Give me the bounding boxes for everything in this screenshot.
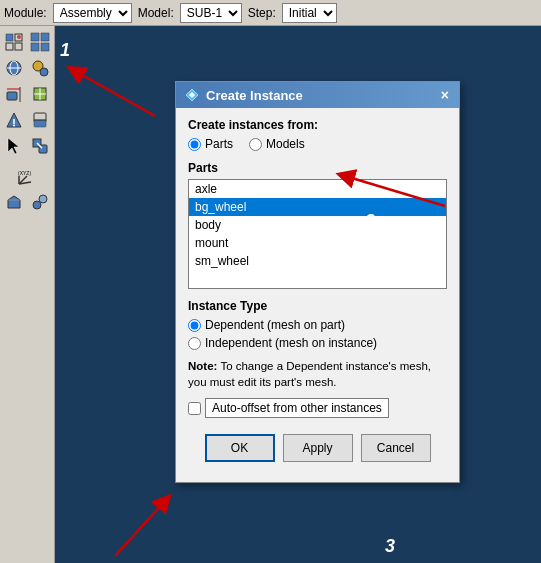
- radio-dependent-input[interactable]: [188, 319, 201, 332]
- svg-text:(XYZ): (XYZ): [18, 170, 31, 176]
- svg-point-4: [17, 35, 21, 39]
- toolbar-icon-8[interactable]: [28, 108, 52, 132]
- radio-models[interactable]: [249, 138, 262, 151]
- left-sidebar: (XYZ): [0, 26, 55, 563]
- dialog-close-button[interactable]: ×: [439, 87, 451, 103]
- part-item-axle[interactable]: axle: [189, 180, 446, 198]
- ok-button[interactable]: OK: [205, 434, 275, 462]
- note-text: Note: To change a Dependent instance's m…: [188, 358, 447, 390]
- svg-line-44: [115, 501, 165, 556]
- svg-rect-0: [6, 34, 13, 41]
- create-from-options: Parts Models: [188, 137, 447, 151]
- dialog-title-text: Create Instance: [206, 88, 303, 103]
- radio-parts[interactable]: [188, 138, 201, 151]
- toolbar-icon-4[interactable]: [28, 56, 52, 80]
- toolbar-icon-10[interactable]: [2, 190, 26, 214]
- toolbar-icon-2[interactable]: [28, 30, 52, 54]
- svg-rect-3: [15, 43, 22, 50]
- parts-label: Parts: [188, 161, 447, 175]
- label-1: 1: [60, 40, 70, 61]
- step-label: Step:: [248, 6, 276, 20]
- toolbar-icon-7[interactable]: [2, 108, 26, 132]
- apply-button[interactable]: Apply: [283, 434, 353, 462]
- toolbar-icon-xyz[interactable]: (XYZ): [15, 164, 39, 188]
- toolbar-icon-1[interactable]: [2, 30, 26, 54]
- dialog-title-icon: [184, 87, 200, 103]
- svg-rect-5: [31, 33, 39, 41]
- dialog-title-bar: Create Instance ×: [176, 82, 459, 108]
- svg-marker-26: [8, 138, 19, 154]
- radio-dependent[interactable]: Dependent (mesh on part): [188, 318, 447, 332]
- part-item-sm-wheel[interactable]: sm_wheel: [189, 252, 446, 270]
- label-2: 2: [365, 211, 375, 232]
- step-select[interactable]: Initial: [282, 3, 337, 23]
- svg-rect-6: [31, 43, 39, 51]
- parts-listbox[interactable]: axle bg_wheel body mount sm_wheel: [188, 179, 447, 289]
- part-item-mount[interactable]: mount: [189, 234, 446, 252]
- part-item-bg-wheel[interactable]: bg_wheel: [189, 198, 446, 216]
- svg-rect-2: [6, 43, 13, 50]
- svg-rect-14: [7, 92, 17, 100]
- part-item-body[interactable]: body: [189, 216, 446, 234]
- option-parts[interactable]: Parts: [188, 137, 233, 151]
- svg-point-13: [40, 68, 48, 76]
- toolbar-icon-3[interactable]: [2, 56, 26, 80]
- module-select[interactable]: Assembly: [53, 3, 132, 23]
- svg-rect-8: [41, 43, 49, 51]
- toolbar-icon-cursor[interactable]: [2, 134, 26, 158]
- dialog-buttons: OK Apply Cancel: [188, 428, 447, 472]
- main-canvas: 1 Create Instance × Create instances fro…: [55, 26, 541, 563]
- svg-rect-7: [41, 33, 49, 41]
- svg-rect-24: [34, 120, 46, 127]
- radio-independent-input[interactable]: [188, 337, 201, 350]
- cancel-button[interactable]: Cancel: [361, 434, 431, 462]
- create-instance-dialog: Create Instance × Create instances from:…: [175, 81, 460, 483]
- radio-independent[interactable]: Independent (mesh on instance): [188, 336, 447, 350]
- auto-offset-checkbox[interactable]: [188, 402, 201, 415]
- toolbar-icon-5[interactable]: [2, 82, 26, 106]
- toolbar-icon-9[interactable]: [28, 134, 52, 158]
- svg-point-22: [13, 125, 15, 127]
- toolbar-icon-6[interactable]: [28, 82, 52, 106]
- svg-point-35: [33, 201, 41, 209]
- label-3: 3: [385, 536, 395, 557]
- instance-type-label: Instance Type: [188, 299, 447, 313]
- module-label: Module:: [4, 6, 47, 20]
- model-select[interactable]: SUB-1: [180, 3, 242, 23]
- svg-point-36: [39, 195, 47, 203]
- svg-line-38: [75, 71, 155, 116]
- create-from-label: Create instances from:: [188, 118, 447, 132]
- auto-offset-label: Auto-offset from other instances: [212, 401, 382, 415]
- top-toolbar: Module: Assembly Model: SUB-1 Step: Init…: [0, 0, 541, 26]
- auto-offset-row: Auto-offset from other instances: [188, 398, 447, 418]
- toolbar-icon-11[interactable]: [28, 190, 52, 214]
- model-label: Model:: [138, 6, 174, 20]
- option-models[interactable]: Models: [249, 137, 305, 151]
